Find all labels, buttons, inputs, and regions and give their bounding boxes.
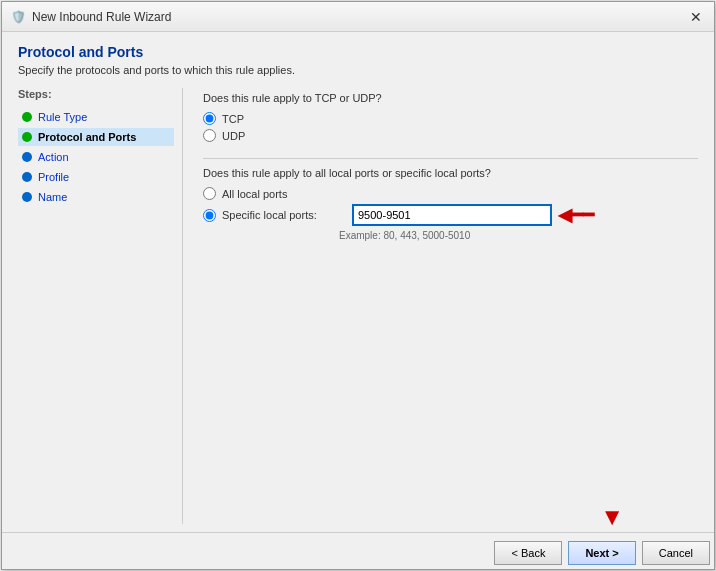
ports-question: Does this rule apply to all local ports … bbox=[203, 167, 698, 179]
ports-input[interactable] bbox=[352, 204, 552, 226]
all-local-radio[interactable] bbox=[203, 187, 216, 200]
ports-section: Does this rule apply to all local ports … bbox=[203, 167, 698, 241]
title-bar-icon: 🛡️ bbox=[10, 9, 26, 25]
cancel-button[interactable]: Cancel bbox=[642, 541, 710, 565]
right-panel: Does this rule apply to TCP or UDP? TCP … bbox=[183, 88, 698, 524]
udp-radio[interactable] bbox=[203, 129, 216, 142]
page-subtitle: Specify the protocols and ports to which… bbox=[18, 64, 698, 76]
ports-radio-group: All local ports Specific local ports: ◀━… bbox=[203, 187, 698, 241]
all-local-ports-row: All local ports bbox=[203, 187, 698, 200]
protocol-question: Does this rule apply to TCP or UDP? bbox=[203, 92, 698, 104]
next-button[interactable]: Next > bbox=[568, 541, 635, 565]
main-body: Steps: Rule Type Protocol and Ports Acti… bbox=[18, 88, 698, 524]
arrow-right-icon: ◀━━ bbox=[558, 204, 594, 226]
tcp-label: TCP bbox=[222, 113, 244, 125]
step-dot-name bbox=[22, 192, 32, 202]
step-dot-profile bbox=[22, 172, 32, 182]
specific-label: Specific local ports: bbox=[222, 209, 352, 221]
tcp-option: TCP bbox=[203, 112, 698, 125]
steps-label: Steps: bbox=[18, 88, 174, 100]
divider bbox=[203, 158, 698, 159]
step-label-protocol: Protocol and Ports bbox=[38, 131, 136, 143]
step-rule-type[interactable]: Rule Type bbox=[18, 108, 174, 126]
wizard-window: 🛡️ New Inbound Rule Wizard ✕ Protocol an… bbox=[1, 1, 715, 570]
step-name[interactable]: Name bbox=[18, 188, 174, 206]
step-label-action: Action bbox=[38, 151, 69, 163]
title-bar-text: New Inbound Rule Wizard bbox=[32, 10, 686, 24]
specific-ports-row: Specific local ports: ◀━━ bbox=[203, 204, 698, 226]
title-bar: 🛡️ New Inbound Rule Wizard ✕ bbox=[2, 2, 714, 32]
content-area: Protocol and Ports Specify the protocols… bbox=[2, 32, 714, 532]
step-label-profile: Profile bbox=[38, 171, 69, 183]
page-title: Protocol and Ports bbox=[18, 44, 698, 60]
step-dot-protocol bbox=[22, 132, 32, 142]
ports-example: Example: 80, 443, 5000-5010 bbox=[339, 230, 698, 241]
specific-radio[interactable] bbox=[203, 209, 216, 222]
udp-label: UDP bbox=[222, 130, 245, 142]
tcp-radio[interactable] bbox=[203, 112, 216, 125]
arrow-down-icon: ▼ bbox=[600, 503, 624, 531]
ports-input-wrapper: ◀━━ bbox=[352, 204, 594, 226]
udp-option: UDP bbox=[203, 129, 698, 142]
step-label-name: Name bbox=[38, 191, 67, 203]
step-action[interactable]: Action bbox=[18, 148, 174, 166]
step-label-rule-type: Rule Type bbox=[38, 111, 87, 123]
step-dot-rule-type bbox=[22, 112, 32, 122]
step-protocol-ports[interactable]: Protocol and Ports bbox=[18, 128, 174, 146]
footer: ▼ < Back Next > Cancel bbox=[2, 532, 714, 569]
steps-panel: Steps: Rule Type Protocol and Ports Acti… bbox=[18, 88, 183, 524]
protocol-radio-group: TCP UDP bbox=[203, 112, 698, 142]
back-button[interactable]: < Back bbox=[494, 541, 562, 565]
step-profile[interactable]: Profile bbox=[18, 168, 174, 186]
close-button[interactable]: ✕ bbox=[686, 7, 706, 27]
all-local-label: All local ports bbox=[222, 188, 352, 200]
step-dot-action bbox=[22, 152, 32, 162]
